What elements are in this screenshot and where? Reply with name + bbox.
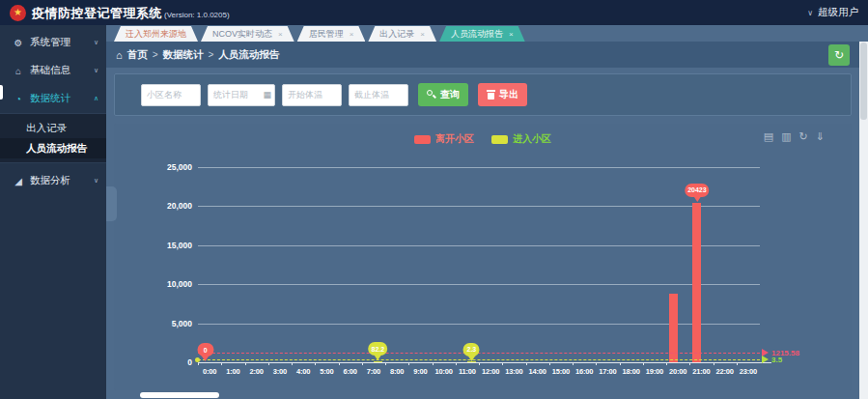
- x-axis-tick: [573, 362, 574, 365]
- search-field-3[interactable]: [349, 84, 408, 106]
- app-window: ★ 疫情防控登记管理系统(Version: 1.0.0205) ∨ 超级用户 ⚙…: [0, 0, 868, 399]
- search-field-0[interactable]: [141, 84, 201, 106]
- chevron-down-icon: ∨: [94, 67, 98, 74]
- x-axis-tick: [408, 362, 409, 365]
- title-wrap: 疫情防控登记管理系统(Version: 1.0.0205): [32, 4, 230, 22]
- x-axis-tick: [479, 362, 480, 365]
- markpoint-label: 20423: [685, 184, 709, 197]
- data-view-icon[interactable]: ▤: [764, 131, 773, 142]
- sidebar-subitem-0[interactable]: 出入记录: [0, 118, 106, 138]
- tab-4[interactable]: 人员流动报告×: [439, 26, 525, 42]
- input-wrap-1: ▦: [208, 84, 275, 106]
- user-name: 超级用户: [818, 6, 858, 19]
- y-axis-label: 5,000: [148, 319, 192, 328]
- x-axis-label: 15:00: [548, 367, 574, 376]
- x-axis-label: 21:00: [688, 367, 714, 376]
- legend-item-1[interactable]: 进入小区: [491, 132, 551, 146]
- home-icon: ⌂: [12, 66, 25, 76]
- x-axis-label: 17:00: [595, 367, 620, 376]
- sidebar-item-1[interactable]: ⌂基础信息∨: [0, 60, 106, 81]
- x-axis-label: 10:00: [432, 367, 457, 376]
- search-icon: [427, 90, 436, 100]
- x-axis-label: 2:00: [244, 367, 269, 376]
- app-header: ★ 疫情防控登记管理系统(Version: 1.0.0205) ∨ 超级用户: [0, 0, 868, 25]
- tab-label: 人员流动报告: [451, 28, 503, 41]
- gear-icon: ⚙: [12, 38, 25, 48]
- x-axis-tick: [385, 362, 386, 365]
- sidebar-item-label: 数据统计: [30, 92, 70, 105]
- breadcrumb-item-0[interactable]: 首页: [127, 48, 148, 62]
- input-wrap-0: [141, 84, 201, 106]
- legend-label: 进入小区: [513, 132, 551, 146]
- input-wrap-2: [282, 84, 342, 106]
- tab-label: 出入记录: [379, 28, 414, 41]
- breadcrumb-item-1[interactable]: 数据统计: [163, 48, 204, 62]
- close-icon[interactable]: ×: [350, 30, 354, 39]
- x-axis-tick: [596, 362, 597, 365]
- tab-label: NCOV实时动态: [212, 28, 272, 41]
- markpoint-label: 0: [197, 343, 213, 356]
- close-icon[interactable]: ×: [420, 30, 425, 39]
- horizontal-scrollbar[interactable]: [140, 392, 219, 398]
- tab-1[interactable]: NCOV实时动态×: [201, 26, 294, 42]
- sidebar-subitem-1[interactable]: 人员流动报告: [0, 138, 106, 158]
- breadcrumb-bar: ⌂首页>数据统计>人员流动报告 ↻: [106, 42, 859, 68]
- x-axis-tick: [526, 362, 527, 365]
- gridline: [198, 284, 760, 285]
- gridline: [198, 245, 760, 246]
- export-button-label: 导出: [499, 88, 518, 101]
- x-axis-tick: [292, 362, 293, 365]
- tab-3[interactable]: 出入记录×: [368, 26, 436, 42]
- sidebar-item-2[interactable]: ◔数据统计∧: [0, 88, 106, 109]
- search-field-2[interactable]: [282, 84, 342, 106]
- x-axis-tick: [268, 362, 269, 365]
- x-axis-label: 14:00: [525, 367, 550, 376]
- search-field-1[interactable]: [208, 84, 275, 106]
- query-button[interactable]: 查询: [418, 83, 468, 106]
- tab-2[interactable]: 居民管理×: [297, 26, 366, 42]
- vertical-scrollbar[interactable]: [859, 42, 868, 399]
- x-axis-line: [198, 362, 771, 363]
- chevron-up-icon: ∧: [94, 95, 98, 102]
- trash-icon: [487, 90, 495, 100]
- flow-report-chart: 离开小区进入小区 ▤▥↻⇓ 05,00010,00015,00020,00025…: [114, 124, 852, 390]
- legend-swatch: [491, 135, 508, 144]
- emblem-logo-icon: ★: [10, 5, 26, 21]
- x-axis-tick: [737, 362, 738, 365]
- tab-0[interactable]: 迁入郑州来源地: [114, 26, 198, 42]
- x-axis-label: 8:00: [384, 367, 409, 376]
- bar-进入小区-7:00[interactable]: [374, 361, 382, 362]
- sidebar-item-0[interactable]: ⚙系统管理∨: [0, 32, 106, 53]
- close-icon[interactable]: ×: [509, 30, 514, 39]
- x-axis-label: 23:00: [736, 367, 761, 376]
- magic-type-icon[interactable]: ▥: [781, 131, 791, 142]
- x-axis-label: 7:00: [361, 367, 386, 376]
- breadcrumb-separator: >: [209, 49, 214, 60]
- sidebar-item-3[interactable]: ◢数据分析∨: [0, 170, 106, 191]
- x-axis-label: 22:00: [713, 367, 738, 376]
- vertical-scrollbar-thumb[interactable]: [860, 43, 867, 120]
- y-axis-label: 15,000: [148, 241, 192, 250]
- query-button-label: 查询: [440, 88, 460, 101]
- chart-legend: 离开小区进入小区: [114, 132, 852, 146]
- markpoint-0:00: 0: [197, 343, 213, 361]
- legend-item-0[interactable]: 离开小区: [414, 132, 474, 146]
- bar-进入小区-11:00[interactable]: [467, 361, 476, 362]
- sidebar-collapse-handle[interactable]: [106, 186, 117, 221]
- breadcrumb-item-2[interactable]: 人员流动报告: [218, 48, 279, 62]
- chart-toolbox: ▤▥↻⇓: [764, 131, 825, 142]
- markpoint-tail: [467, 356, 475, 361]
- save-image-icon[interactable]: ⇓: [816, 131, 825, 142]
- close-icon[interactable]: ×: [278, 30, 283, 39]
- y-axis-label: 0: [148, 357, 192, 367]
- x-axis-tick: [549, 362, 550, 365]
- export-button[interactable]: 导出: [478, 83, 527, 106]
- bar-离开小区-21:00[interactable]: [692, 203, 701, 362]
- y-axis-label: 10,000: [148, 279, 192, 289]
- user-menu[interactable]: ∨ 超级用户: [807, 6, 858, 19]
- x-axis-label: 1:00: [220, 367, 245, 376]
- refresh-button[interactable]: ↻: [828, 44, 850, 66]
- app-version: (Version: 1.0.0205): [164, 11, 230, 19]
- restore-icon[interactable]: ↻: [799, 131, 808, 142]
- markpoint-11:00: 2.3: [463, 343, 480, 361]
